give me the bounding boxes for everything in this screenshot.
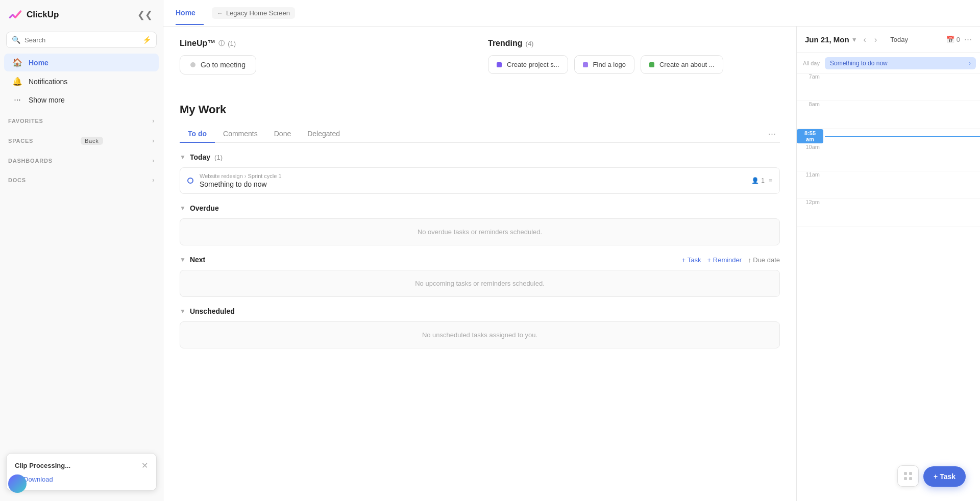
time-label-7am: 7am bbox=[797, 73, 825, 80]
task-breadcrumb: Website redesign › Sprint cycle 1 bbox=[200, 173, 282, 179]
spaces-section-header[interactable]: SPACES Back › bbox=[0, 133, 163, 149]
calendar-right-actions: 📅 0 ··· bbox=[946, 34, 972, 45]
calendar-body: All day Something to do now › 7am 8am bbox=[797, 53, 980, 501]
today-collapse-icon[interactable]: ▼ bbox=[180, 154, 186, 161]
main-content: Home ← Legacy Home Screen LineUp™ ⓘ (1) bbox=[163, 0, 980, 501]
task-options-icon[interactable]: ≡ bbox=[769, 177, 772, 184]
today-group: ▼ Today (1) Website redesign › Sprint cy… bbox=[180, 153, 780, 194]
user-avatar[interactable] bbox=[8, 474, 27, 493]
current-time-line bbox=[825, 136, 980, 137]
trending-title-text: Trending bbox=[488, 39, 523, 48]
favorites-section-header[interactable]: FAVORITES › bbox=[0, 113, 163, 129]
next-label: Next bbox=[190, 256, 205, 264]
add-task-fab-button[interactable]: + Task bbox=[923, 466, 966, 487]
grid-icon bbox=[903, 471, 913, 481]
next-empty-message: No upcoming tasks or reminders scheduled… bbox=[415, 280, 545, 287]
favorites-chevron-icon: › bbox=[152, 117, 155, 124]
favorites-label: FAVORITES bbox=[8, 118, 43, 124]
tab-todo[interactable]: To do bbox=[180, 126, 215, 143]
grid-view-button[interactable] bbox=[897, 465, 919, 487]
overdue-group-header: ▼ Overdue bbox=[180, 204, 780, 212]
svg-rect-3 bbox=[909, 477, 912, 480]
calendar-more-options-button[interactable]: ··· bbox=[964, 34, 972, 45]
lightning-icon[interactable]: ⚡ bbox=[142, 36, 151, 44]
trending-card-1-label: Find a logo bbox=[593, 61, 626, 68]
calendar-row-7am: 7am bbox=[797, 73, 980, 101]
dashboards-label: DASHBOARDS bbox=[8, 158, 53, 164]
next-group-header: ▼ Next + Task + Reminder ↑ Due date bbox=[180, 256, 780, 264]
table-row[interactable]: Website redesign › Sprint cycle 1 Someth… bbox=[180, 167, 780, 194]
lineup-info-icon[interactable]: ⓘ bbox=[218, 39, 225, 48]
topbar: Home ← Legacy Home Screen bbox=[163, 0, 980, 27]
person-icon: 👤 bbox=[751, 177, 759, 184]
time-label-10am: 10am bbox=[797, 144, 825, 150]
search-input[interactable] bbox=[24, 36, 138, 44]
tab-delegated[interactable]: Delegated bbox=[299, 126, 348, 143]
task-breadcrumb-text: Website redesign › Sprint cycle 1 bbox=[200, 173, 282, 179]
trending-card-0-dot bbox=[497, 62, 502, 67]
search-bar[interactable]: 🔍 ⚡ bbox=[6, 32, 157, 48]
due-date-sort-button[interactable]: ↑ Due date bbox=[748, 256, 780, 264]
calendar-icon: 📅 bbox=[946, 36, 954, 43]
legacy-home-breadcrumb[interactable]: ← Legacy Home Screen bbox=[212, 7, 295, 19]
lineup-card-go-to-meeting[interactable]: Go to meeting bbox=[180, 55, 256, 74]
trending-card-2-label: Create an about ... bbox=[659, 61, 715, 68]
task-info: Website redesign › Sprint cycle 1 Someth… bbox=[200, 173, 282, 188]
tab-done[interactable]: Done bbox=[266, 126, 299, 143]
allday-event[interactable]: Something to do now › bbox=[825, 57, 976, 69]
clip-toast-close-button[interactable]: ✕ bbox=[141, 461, 148, 470]
docs-section-header[interactable]: DOCS › bbox=[0, 172, 163, 188]
today-group-header: ▼ Today (1) bbox=[180, 153, 780, 161]
time-label-8am: 8am bbox=[797, 101, 825, 107]
calendar-prev-button[interactable]: ‹ bbox=[862, 34, 868, 45]
tabs-more-options[interactable]: ··· bbox=[764, 127, 780, 141]
collapse-sidebar-button[interactable]: ❮❮ bbox=[135, 7, 155, 22]
lineup-title: LineUp™ ⓘ (1) bbox=[180, 39, 472, 48]
next-collapse-icon[interactable]: ▼ bbox=[180, 256, 186, 263]
overdue-group: ▼ Overdue No overdue tasks or reminders … bbox=[180, 204, 780, 245]
lineup-title-text: LineUp™ bbox=[180, 39, 215, 48]
sidebar-item-notifications[interactable]: 🔔 Notifications bbox=[4, 72, 159, 90]
calendar-today-button[interactable]: Today bbox=[885, 34, 913, 45]
sidebar-item-show-more[interactable]: ··· Show more bbox=[4, 91, 159, 109]
task-status-dot[interactable] bbox=[187, 178, 193, 184]
svg-rect-2 bbox=[904, 477, 907, 480]
add-reminder-button[interactable]: + Reminder bbox=[707, 256, 742, 264]
trending-card-2[interactable]: Create an about ... bbox=[641, 55, 723, 74]
clip-toast-title: Clip Processing... bbox=[15, 462, 70, 469]
unscheduled-collapse-icon[interactable]: ▼ bbox=[180, 308, 186, 315]
overdue-collapse-icon[interactable]: ▼ bbox=[180, 205, 186, 212]
time-label-12pm: 12pm bbox=[797, 199, 825, 205]
allday-label: All day bbox=[797, 60, 825, 66]
trending-count: (4) bbox=[526, 40, 534, 47]
allday-event-text: Something to do now bbox=[830, 60, 888, 67]
calendar-next-button[interactable]: › bbox=[872, 34, 879, 45]
calendar-date-chevron-icon: ▼ bbox=[851, 36, 857, 43]
lineup-count: (1) bbox=[228, 40, 236, 47]
add-task-button[interactable]: + Task bbox=[682, 256, 701, 264]
home-tab[interactable]: Home bbox=[176, 2, 204, 25]
overdue-empty-message: No overdue tasks or reminders scheduled. bbox=[418, 228, 542, 236]
tab-comments[interactable]: Comments bbox=[215, 126, 266, 143]
calendar-row-8am: 8am bbox=[797, 101, 980, 129]
lineup-card-dot bbox=[190, 62, 195, 67]
calendar-date[interactable]: Jun 21, Mon ▼ bbox=[805, 35, 857, 44]
trending-card-1[interactable]: Find a logo bbox=[574, 55, 634, 74]
sidebar-item-home-label: Home bbox=[29, 59, 48, 67]
breadcrumb-arrow-icon: ← bbox=[217, 10, 223, 17]
task-meta: 👤 1 ≡ bbox=[751, 177, 772, 184]
assignee-count: 1 bbox=[761, 177, 765, 184]
docs-label: DOCS bbox=[8, 177, 26, 183]
trending-card-0[interactable]: Create project s... bbox=[488, 55, 568, 74]
sidebar-item-home[interactable]: 🏠 Home bbox=[4, 54, 159, 71]
svg-rect-1 bbox=[909, 472, 912, 475]
sidebar-header: ClickUp ❮❮ bbox=[0, 0, 163, 30]
unscheduled-empty-box: No unscheduled tasks assigned to you. bbox=[180, 321, 780, 348]
today-label: Today bbox=[190, 153, 210, 161]
calendar-count-badge: 📅 0 bbox=[946, 36, 960, 43]
dashboards-section-header[interactable]: DASHBOARDS › bbox=[0, 153, 163, 168]
spaces-back-badge[interactable]: Back bbox=[81, 137, 103, 145]
trending-card-0-label: Create project s... bbox=[507, 61, 559, 68]
my-work-title: My Work bbox=[180, 103, 780, 116]
trending-card-2-dot bbox=[649, 62, 654, 67]
